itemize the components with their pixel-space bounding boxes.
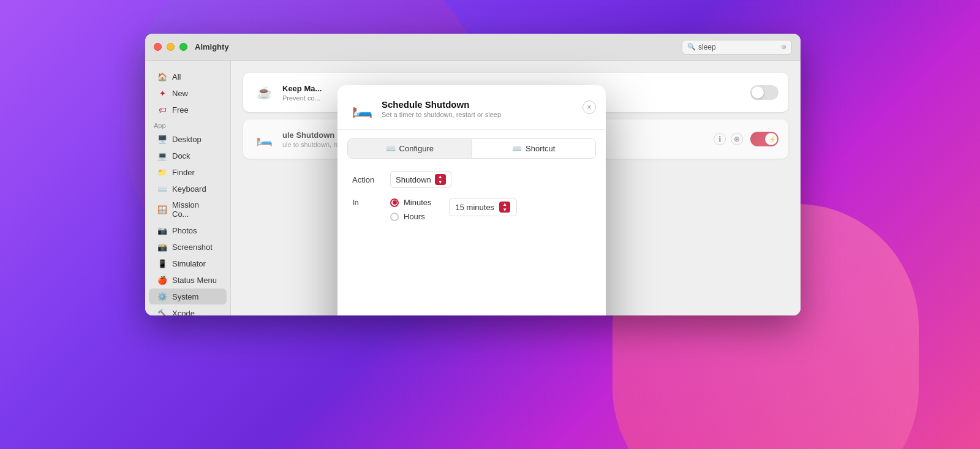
finder-icon: 📁 (157, 167, 167, 177)
keep-mac-awake-toggle-knob (752, 86, 764, 99)
radio-hours[interactable]: Hours (390, 212, 432, 221)
sidebar-item-all[interactable]: 🏠 All (149, 69, 227, 85)
duration-down-icon: ▼ (502, 208, 507, 213)
sidebar-item-new-label: New (172, 89, 188, 98)
action-value: Shutdown (396, 175, 431, 184)
app-title: Almighty (195, 42, 229, 51)
modal-body: Action Shutdown ▲ ▼ In (337, 159, 606, 315)
system-icon: ⚙️ (157, 292, 167, 301)
shortcut-tab-icon: ⌨️ (512, 144, 522, 153)
maximize-button[interactable] (179, 43, 187, 51)
duration-up-icon: ▲ (502, 202, 507, 207)
keyboard-icon: ⌨️ (157, 184, 167, 194)
sidebar-item-new[interactable]: ✦ New (149, 85, 227, 101)
tab-shortcut[interactable]: ⌨️ Shortcut (472, 139, 596, 158)
sidebar-item-finder-label: Finder (172, 168, 195, 177)
sidebar-section-app: App (145, 118, 230, 130)
app-window: Almighty 🔍 sleep ⊗ 🏠 All ✦ New 🏷 Free Ap… (145, 34, 801, 315)
schedule-shutdown-actions: ℹ ⊕ (714, 133, 743, 145)
search-bar[interactable]: 🔍 sleep ⊗ (682, 40, 792, 55)
radio-minutes[interactable]: Minutes (390, 198, 432, 207)
modal-icon: 🛏️ (350, 96, 374, 121)
sidebar-item-dock[interactable]: 💻 Dock (149, 148, 227, 164)
action-row: Action Shutdown ▲ ▼ (352, 171, 591, 188)
in-row: In Minutes Hours (352, 198, 591, 221)
schedule-shutdown-modal: 🛏️ Schedule Shutdown Set a timer to shut… (337, 85, 606, 315)
sidebar-item-screenshot[interactable]: 📸 Screenshot (149, 239, 227, 255)
new-icon: ✦ (157, 88, 167, 98)
duration-control: 15 minutes ▲ ▼ (449, 198, 518, 216)
sidebar-item-mission[interactable]: 🪟 Mission Co... (149, 197, 227, 222)
radio-minutes-label: Minutes (404, 198, 432, 207)
modal-title-block: Schedule Shutdown Set a timer to shutdow… (382, 99, 501, 118)
lightning-icon: ⚡ (769, 136, 776, 143)
sidebar-item-desktop-label: Desktop (172, 135, 202, 144)
schedule-shutdown-toggle[interactable]: ⚡ (750, 132, 778, 146)
desktop-icon: 🖥️ (157, 134, 167, 144)
sidebar-item-xcode[interactable]: 🔨 Xcode (149, 305, 227, 315)
action-stepper[interactable]: ▲ ▼ (435, 174, 446, 185)
modal-tabs: ⌨️ Configure ⌨️ Shortcut (347, 138, 596, 159)
modal-header: 🛏️ Schedule Shutdown Set a timer to shut… (337, 85, 606, 130)
sidebar-item-keyboard[interactable]: ⌨️ Keyboard (149, 181, 227, 197)
duration-stepper[interactable]: ▲ ▼ (499, 202, 510, 213)
sidebar-item-keyboard-label: Keyboard (172, 184, 206, 194)
sidebar-item-simulator[interactable]: 📱 Simulator (149, 255, 227, 271)
in-controls: Minutes Hours (390, 198, 432, 221)
keep-mac-awake-icon: ☕ (253, 81, 275, 104)
close-button[interactable] (154, 43, 162, 51)
sidebar-item-status-menu-label: Status Menu (172, 276, 217, 285)
stepper-up-icon: ▲ (438, 175, 443, 179)
modal-title: Schedule Shutdown (382, 99, 501, 110)
radio-hours-label: Hours (404, 212, 425, 221)
action-select[interactable]: Shutdown ▲ ▼ (390, 171, 451, 188)
modal-close-icon: × (587, 103, 591, 111)
mission-icon: 🪟 (157, 205, 167, 214)
configure-tab-icon: ⌨️ (386, 144, 396, 153)
sidebar-item-xcode-label: Xcode (172, 309, 195, 316)
duration-input[interactable]: 15 minutes ▲ ▼ (449, 198, 518, 216)
sidebar-item-desktop[interactable]: 🖥️ Desktop (149, 131, 227, 147)
modal-close-button[interactable]: × (582, 100, 596, 114)
radio-minutes-circle (390, 198, 399, 207)
keep-mac-awake-toggle[interactable] (750, 85, 778, 100)
sidebar-item-dock-label: Dock (172, 151, 190, 160)
traffic-lights (154, 43, 187, 51)
radio-group: Minutes Hours (390, 198, 432, 221)
photos-icon: 📷 (157, 225, 167, 235)
search-query: sleep (698, 43, 716, 51)
all-icon: 🏠 (157, 72, 167, 81)
radio-minutes-dot (393, 200, 397, 205)
search-clear-icon[interactable]: ⊗ (781, 43, 786, 51)
tab-configure[interactable]: ⌨️ Configure (348, 139, 472, 158)
shortcut-tab-label: Shortcut (526, 144, 555, 153)
sidebar-item-free-label: Free (172, 105, 189, 115)
title-bar: Almighty 🔍 sleep ⊗ (145, 34, 801, 61)
sidebar: 🏠 All ✦ New 🏷 Free App 🖥️ Desktop 💻 Dock (145, 61, 231, 315)
modal-subtitle: Set a timer to shutdown, restart or slee… (382, 111, 501, 118)
sidebar-item-free[interactable]: 🏷 Free (149, 102, 227, 118)
duration-value: 15 minutes (456, 203, 495, 212)
status-menu-icon: 🍎 (157, 275, 167, 285)
minimize-button[interactable] (167, 43, 175, 51)
schedule-shutdown-icon: 🛏️ (253, 128, 275, 150)
schedule-shutdown-info-button[interactable]: ℹ (714, 133, 726, 145)
modal-spacer (352, 231, 591, 315)
sidebar-item-simulator-label: Simulator (172, 259, 206, 268)
radio-hours-circle (390, 213, 399, 221)
sidebar-item-screenshot-label: Screenshot (172, 243, 213, 252)
search-icon: 🔍 (687, 43, 696, 51)
xcode-icon: 🔨 (157, 308, 167, 315)
sidebar-item-status-menu[interactable]: 🍎 Status Menu (149, 272, 227, 288)
screenshot-icon: 📸 (157, 242, 167, 252)
schedule-shutdown-plus-button[interactable]: ⊕ (731, 133, 743, 145)
sidebar-item-all-label: All (172, 72, 181, 81)
sidebar-item-system-label: System (172, 292, 198, 301)
configure-tab-label: Configure (399, 144, 434, 153)
sidebar-item-mission-label: Mission Co... (172, 200, 218, 219)
sidebar-item-finder[interactable]: 📁 Finder (149, 164, 227, 180)
free-icon: 🏷 (157, 105, 167, 115)
stepper-down-icon: ▼ (438, 180, 443, 185)
sidebar-item-photos[interactable]: 📷 Photos (149, 222, 227, 238)
sidebar-item-system[interactable]: ⚙️ System (149, 289, 227, 304)
